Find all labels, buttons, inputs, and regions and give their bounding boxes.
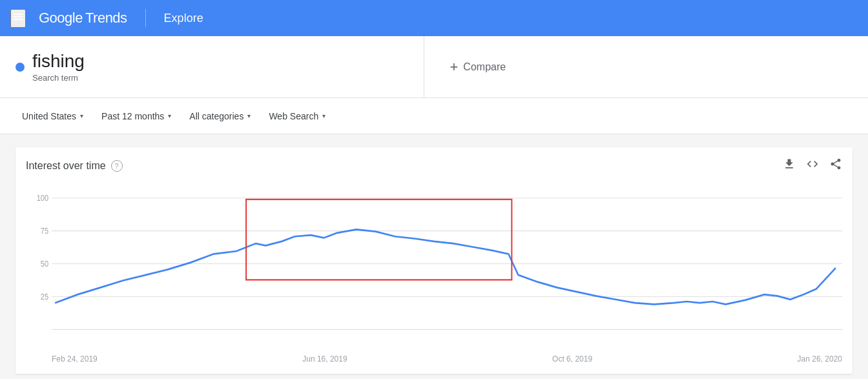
compare-button[interactable]: + Compare <box>450 59 506 76</box>
time-chevron-icon: ▾ <box>168 112 171 119</box>
card-title: Interest over time <box>26 160 106 172</box>
time-filter[interactable]: Past 12 months ▾ <box>95 107 178 125</box>
logo-google-text: Google <box>39 10 83 26</box>
interest-over-time-card: Interest over time ? <box>16 147 852 374</box>
svg-text:100: 100 <box>37 194 48 202</box>
trend-line <box>55 229 836 304</box>
region-filter[interactable]: United States ▾ <box>16 107 90 125</box>
search-type-filter-label: Web Search <box>269 111 318 121</box>
svg-text:25: 25 <box>41 292 48 300</box>
x-axis-labels: Feb 24, 2019 Jun 16, 2019 Oct 6, 2019 Ja… <box>26 352 842 364</box>
search-term-type: Search term <box>32 73 85 83</box>
card-header: Interest over time ? <box>26 158 842 174</box>
svg-text:50: 50 <box>41 260 48 267</box>
search-type-filter[interactable]: Web Search ▾ <box>262 107 332 125</box>
hamburger-menu-button[interactable] <box>10 9 26 28</box>
logo-trends-text: Trends <box>85 10 127 26</box>
card-title-group: Interest over time ? <box>26 160 123 172</box>
category-chevron-icon: ▾ <box>247 112 251 119</box>
share-button[interactable] <box>829 158 842 174</box>
help-icon[interactable]: ? <box>111 160 123 172</box>
search-type-chevron-icon: ▾ <box>322 112 326 119</box>
region-chevron-icon: ▾ <box>80 112 83 119</box>
interest-chart: 100 75 50 25 <box>26 184 842 352</box>
compare-label: Compare <box>463 61 506 73</box>
main-content: Interest over time ? <box>0 134 868 379</box>
explore-label: Explore <box>164 12 203 25</box>
region-filter-label: United States <box>22 111 76 121</box>
app-logo: Google Trends <box>39 10 127 26</box>
search-term-container: fishing Search term <box>0 36 424 97</box>
compare-container: + Compare <box>424 36 869 97</box>
search-area: fishing Search term + Compare <box>0 36 868 98</box>
category-filter[interactable]: All categories ▾ <box>183 107 257 125</box>
search-term-info: fishing Search term <box>32 51 85 83</box>
x-label-3: Oct 6, 2019 <box>552 354 592 364</box>
download-button[interactable] <box>783 158 796 174</box>
search-term-name: fishing <box>32 51 85 72</box>
x-label-1: Feb 24, 2019 <box>52 354 98 364</box>
card-actions <box>783 158 842 174</box>
svg-text:75: 75 <box>41 227 48 235</box>
chart-container: 100 75 50 25 <box>26 184 842 352</box>
search-term-dot <box>16 63 25 72</box>
header-divider <box>145 9 146 27</box>
compare-plus-icon: + <box>450 59 459 76</box>
category-filter-label: All categories <box>189 111 243 121</box>
time-filter-label: Past 12 months <box>101 111 164 121</box>
embed-button[interactable] <box>806 158 819 174</box>
app-header: Google Trends Explore <box>0 0 868 36</box>
x-label-2: Jun 16, 2019 <box>302 354 347 364</box>
filters-bar: United States ▾ Past 12 months ▾ All cat… <box>0 98 868 134</box>
x-label-4: Jan 26, 2020 <box>798 354 842 364</box>
